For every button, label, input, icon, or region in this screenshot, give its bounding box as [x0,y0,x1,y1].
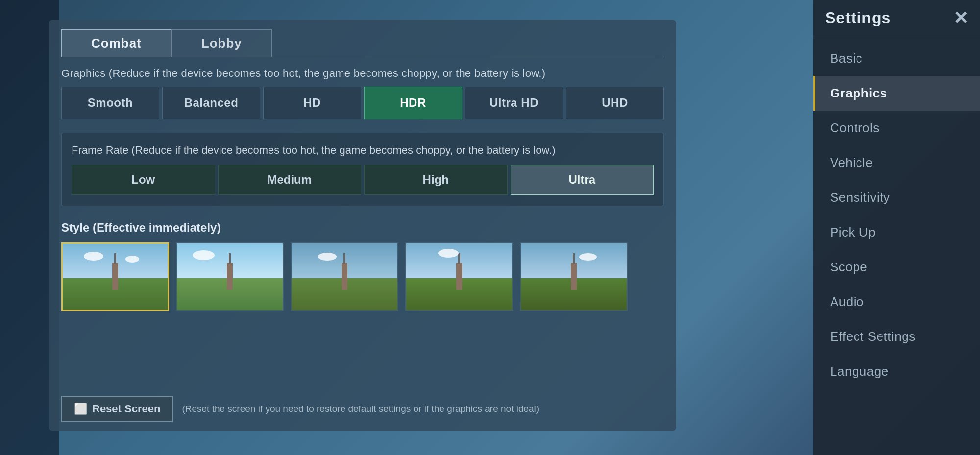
sidebar-item-audio[interactable]: Audio [813,285,980,319]
sidebar-item-sensitivity[interactable]: Sensitivity [813,180,980,215]
reset-label: Reset Screen [92,403,160,415]
tab-lobby[interactable]: Lobby [172,29,272,57]
quality-uhd[interactable]: UHD [566,87,664,119]
framerate-label: Frame Rate (Reduce if the device becomes… [72,144,654,157]
sidebar-item-controls[interactable]: Controls [813,111,980,145]
sidebar-item-basic[interactable]: Basic [813,41,980,76]
reset-screen-button[interactable]: ⬜ Reset Screen [61,396,173,422]
style-thumbnails [61,242,664,311]
style-thumb-1[interactable] [61,242,169,311]
sidebar-header: Settings ✕ [813,0,980,36]
quality-ultra-hd[interactable]: Ultra HD [465,87,563,119]
thumb-cloud-1 [84,252,103,261]
framerate-high[interactable]: High [364,165,508,195]
framerate-low[interactable]: Low [72,165,215,195]
sidebar-item-scope[interactable]: Scope [813,250,980,285]
sidebar-item-pick-up[interactable]: Pick Up [813,215,980,250]
graphics-quality-row: Smooth Balanced HD HDR Ultra HD UHD [61,87,664,119]
quality-balanced[interactable]: Balanced [162,87,260,119]
thumb-cloud-5 [438,249,459,258]
close-button[interactable]: ✕ [954,9,968,27]
thumb-tower-1 [112,263,118,290]
thumb-tower-5 [571,263,577,290]
sidebar-nav: Basic Graphics Controls Vehicle Sensitiv… [813,36,980,394]
framerate-row: Low Medium High Ultra [72,165,654,195]
style-thumb-3[interactable] [291,242,398,311]
thumb-cloud-3 [193,250,215,260]
tab-combat[interactable]: Combat [61,29,172,57]
quality-hdr[interactable]: HDR [364,87,462,119]
framerate-ultra[interactable]: Ultra [511,165,654,195]
bottom-bar: ⬜ Reset Screen (Reset the screen if you … [61,396,539,422]
sidebar-item-vehicle[interactable]: Vehicle [813,145,980,180]
main-panel: Combat Lobby Graphics (Reduce if the dev… [49,20,676,431]
sidebar-item-effect-settings[interactable]: Effect Settings [813,319,980,354]
thumb-tower-3 [342,263,347,290]
sidebar-item-language[interactable]: Language [813,354,980,389]
sidebar-title: Settings [825,9,891,27]
framerate-medium[interactable]: Medium [218,165,362,195]
graphics-label: Graphics (Reduce if the device becomes t… [61,67,664,80]
thumb-cloud-4 [318,253,337,261]
framerate-box: Frame Rate (Reduce if the device becomes… [61,133,664,206]
style-label: Style (Effective immediately) [61,221,664,235]
tabs-row: Combat Lobby [61,29,664,57]
thumb-tower-2 [227,263,233,290]
quality-smooth[interactable]: Smooth [61,87,159,119]
style-thumb-4[interactable] [405,242,513,311]
style-thumb-2[interactable] [176,242,284,311]
thumb-tower-4 [456,263,462,290]
reset-note: (Reset the screen if you need to restore… [182,404,539,414]
sidebar: Settings ✕ Basic Graphics Controls Vehic… [813,0,980,455]
sidebar-item-graphics[interactable]: Graphics [813,76,980,111]
quality-hd[interactable]: HD [263,87,361,119]
style-thumb-5[interactable] [520,242,628,311]
monitor-icon: ⬜ [74,403,87,415]
